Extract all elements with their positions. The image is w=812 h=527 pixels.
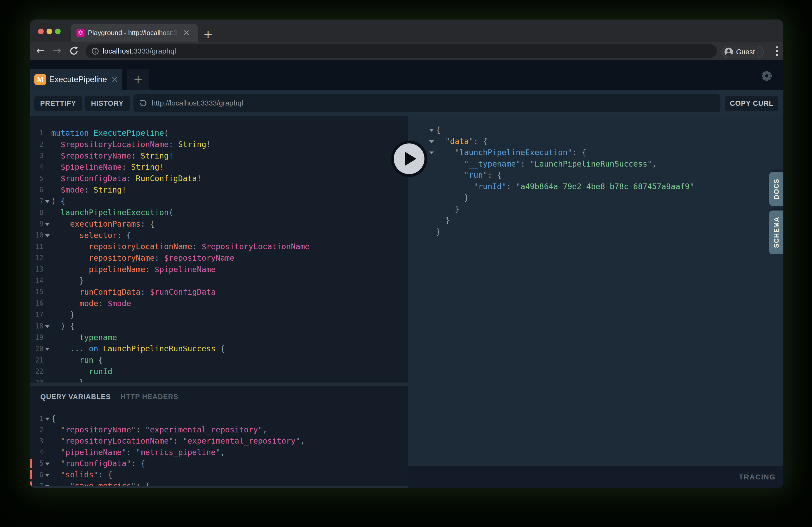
- fold-spacer: [43, 207, 51, 218]
- code-line: {: [408, 124, 783, 136]
- prettify-button[interactable]: PRETTIFY: [34, 96, 82, 111]
- execute-play-button[interactable]: [391, 140, 427, 177]
- line-number: 3: [30, 152, 43, 160]
- code-line: 13 pipelineName: $pipelineName: [30, 264, 408, 275]
- browser-navbar: ← → localhost:3333/graphql Guest: [30, 42, 783, 60]
- editor-scrollbar[interactable]: [30, 382, 408, 386]
- code-line: "run": {: [408, 169, 783, 181]
- fold-spacer: [43, 127, 51, 139]
- line-number: 17: [30, 311, 43, 319]
- variables-scrollbar[interactable]: [30, 486, 408, 488]
- tab-query-variables[interactable]: QUERY VARIABLES: [40, 393, 111, 401]
- traffic-light-close-button[interactable]: [38, 29, 44, 34]
- code-line: 18 ) {: [30, 320, 408, 332]
- guest-profile-badge[interactable]: Guest: [722, 46, 764, 58]
- forward-button[interactable]: →: [50, 42, 64, 60]
- fold-spacer: [43, 139, 51, 150]
- url-path: :3333/graphql: [132, 47, 176, 55]
- code-line: 10 selector: {: [30, 229, 408, 241]
- fold-toggle-icon[interactable]: [43, 458, 51, 469]
- fold-toggle-icon[interactable]: [43, 343, 51, 355]
- reload-button[interactable]: [67, 42, 81, 60]
- fold-spacer: [43, 241, 51, 252]
- code-line: "runId": "a49b864a-79e2-4be8-b78c-687457…: [408, 181, 783, 192]
- code-line: 15 runConfigData: $runConfigData: [30, 286, 408, 298]
- line-number: 1: [30, 129, 43, 137]
- back-button[interactable]: ←: [34, 42, 47, 60]
- history-button[interactable]: HISTORY: [85, 96, 130, 111]
- tracing-bar[interactable]: TRACING: [408, 466, 783, 488]
- fold-toggle-icon[interactable]: [427, 136, 436, 147]
- error-marker: [30, 482, 32, 488]
- schema-side-tab[interactable]: SCHEMA: [769, 210, 783, 254]
- line-number: 6: [30, 186, 43, 194]
- fold-toggle-icon[interactable]: [43, 195, 51, 207]
- settings-gear-icon[interactable]: [761, 70, 773, 82]
- fold-spacer: [427, 158, 436, 170]
- code-line: 3 $repositoryName: String!: [30, 150, 408, 161]
- line-number: 9: [30, 220, 43, 228]
- fold-spacer: [43, 252, 51, 264]
- fold-spacer: [43, 424, 51, 435]
- traffic-light-zoom-button[interactable]: [55, 29, 61, 34]
- response-viewer: { "data": { "launchPipelineExecution": {…: [408, 117, 783, 466]
- traffic-light-minimize-button[interactable]: [46, 29, 52, 34]
- new-session-tab-button[interactable]: +: [127, 69, 149, 90]
- play-button-disc: [394, 144, 424, 174]
- fold-spacer: [43, 366, 51, 377]
- session-tab-close-icon[interactable]: ×: [110, 69, 120, 90]
- session-tab-executepipeline[interactable]: M ExecutePipeline ×: [30, 69, 122, 90]
- address-bar[interactable]: localhost:3333/graphql: [86, 44, 717, 58]
- line-number: 16: [30, 299, 43, 307]
- new-tab-button[interactable]: +: [202, 28, 214, 40]
- line-number: 3: [30, 437, 43, 445]
- browser-tab[interactable]: Playground - http://localhost:3 ×: [71, 24, 198, 42]
- line-number: 5: [30, 460, 43, 467]
- copy-curl-button[interactable]: COPY CURL: [725, 96, 778, 111]
- session-tab-title: ExecutePipeline: [49, 69, 107, 90]
- fold-spacer: [427, 204, 436, 215]
- fold-toggle-icon[interactable]: [43, 469, 51, 480]
- line-number: 20: [30, 345, 43, 352]
- tab-close-icon[interactable]: ×: [182, 24, 191, 42]
- fold-spacer: [43, 447, 51, 458]
- docs-side-tab[interactable]: DOCS: [769, 172, 783, 206]
- code-line: 4 $pipelineName: String!: [30, 161, 408, 173]
- code-line: 22 runId: [30, 366, 408, 377]
- fold-toggle-icon[interactable]: [427, 147, 436, 158]
- browser-menu-button[interactable]: [772, 45, 782, 57]
- avatar-icon: [724, 47, 734, 57]
- variables-editor[interactable]: 1{2 "repositoryName": "experimental_repo…: [30, 413, 408, 488]
- code-line: 11 repositoryLocationName: $repositoryLo…: [30, 241, 408, 252]
- query-editor[interactable]: 1mutation ExecutePipeline(2 $repositoryL…: [30, 117, 408, 386]
- endpoint-url-field[interactable]: http://localhost:3333/graphql: [133, 94, 721, 112]
- line-number: 6: [30, 471, 43, 479]
- code-line: 12 repositoryName: $repositoryName: [30, 252, 408, 264]
- code-line: 9 executionParams: {: [30, 218, 408, 230]
- fold-spacer: [427, 181, 436, 192]
- fold-toggle-icon[interactable]: [43, 413, 51, 424]
- code-line: 16 mode: $mode: [30, 298, 408, 309]
- fold-spacer: [43, 184, 51, 195]
- fold-spacer: [43, 275, 51, 286]
- line-number: 13: [30, 265, 43, 273]
- info-icon[interactable]: [91, 47, 99, 55]
- code-line: 2 $repositoryLocationName: String!: [30, 139, 408, 150]
- line-number: 8: [30, 209, 43, 216]
- fold-spacer: [43, 264, 51, 275]
- code-line: 5 $runConfigData: RunConfigData!: [30, 173, 408, 184]
- line-number: 18: [30, 322, 43, 330]
- variables-tabs: QUERY VARIABLES HTTP HEADERS: [40, 393, 408, 401]
- code-line: "__typename": "LaunchPipelineRunSuccess"…: [408, 158, 783, 170]
- fold-spacer: [427, 192, 436, 204]
- fold-toggle-icon[interactable]: [43, 218, 51, 230]
- tab-http-headers[interactable]: HTTP HEADERS: [121, 393, 178, 401]
- fold-toggle-icon[interactable]: [43, 320, 51, 332]
- mutation-badge: M: [34, 74, 46, 85]
- playground-toolbar: PRETTIFY HISTORY http://localhost:3333/g…: [30, 90, 783, 117]
- code-line: 1mutation ExecutePipeline(: [30, 127, 408, 139]
- playground-main: 1mutation ExecutePipeline(2 $repositoryL…: [30, 117, 783, 488]
- fold-toggle-icon[interactable]: [43, 229, 51, 241]
- fold-toggle-icon[interactable]: [427, 124, 436, 136]
- fold-spacer: [427, 169, 436, 181]
